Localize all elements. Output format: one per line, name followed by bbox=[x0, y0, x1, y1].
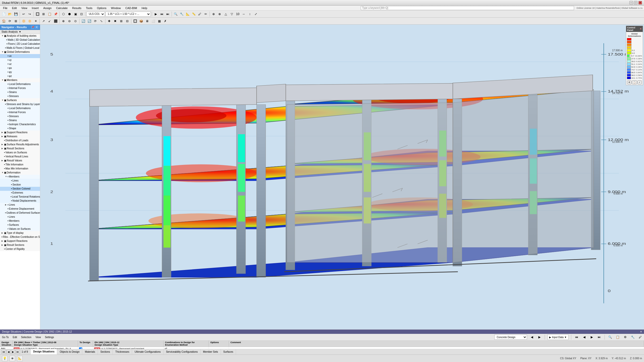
formula-combo[interactable]: 1.35 * LC1 + 1.50 * LC2 + ... bbox=[105, 12, 151, 17]
tree-item-ribs[interactable]: • Ribs - Effective Contribution on Surfa… bbox=[0, 235, 40, 239]
tb-btn-20[interactable]: △ bbox=[223, 11, 228, 17]
view-btn-9[interactable]: ⬛ bbox=[53, 18, 58, 24]
viewport[interactable]: 17.500 m 14.752 m 12.000 m 9.000 m 6.000… bbox=[40, 25, 644, 329]
view-btn-2[interactable]: ⟳ bbox=[7, 18, 13, 24]
bottom-tab-ultimate-configurations[interactable]: Ultimate Configurations bbox=[132, 349, 164, 354]
tb-btn-23[interactable]: ↕ bbox=[247, 11, 253, 17]
close-button[interactable]: ✕ bbox=[638, 1, 642, 5]
tb-btn-22[interactable]: ↔ bbox=[241, 11, 247, 17]
tb-btn-1[interactable]: 🔲 bbox=[35, 11, 40, 17]
tree-item-s-stress-strains[interactable]: • Stresses and Strains by Layer Thick... bbox=[0, 102, 40, 106]
menu-cad-bim[interactable]: CAD-BIM bbox=[123, 6, 139, 10]
menu-window[interactable]: Window bbox=[109, 6, 123, 10]
tb-btn-8[interactable]: ⊡ bbox=[79, 11, 84, 17]
tb-btn-24[interactable]: ⤢ bbox=[253, 11, 259, 17]
tree-item-analysis-building[interactable]: ▼▣ Analysis of building stories bbox=[0, 34, 40, 38]
bottom-tab-surfaces[interactable]: Surfaces bbox=[221, 349, 236, 354]
tb-btn-16[interactable]: 🖊 bbox=[197, 11, 203, 17]
tree-item-support-reactions[interactable]: ▶▣ Support Reactions bbox=[0, 130, 40, 134]
first-page-button[interactable]: ⏮ bbox=[2, 350, 6, 354]
tree-item-global-deformations[interactable]: ▼▣ Global Deformations bbox=[0, 50, 40, 54]
tree-item-result-sections[interactable]: ▶▣ Result Sections bbox=[0, 147, 40, 151]
tree-item-gd-py[interactable]: • φy bbox=[0, 70, 40, 74]
tree-item-gd-uy[interactable]: • uy bbox=[0, 58, 40, 62]
redo-button[interactable]: ↪ bbox=[27, 11, 32, 17]
tree-item-values-on-surfaces2[interactable]: • Values on Surfaces bbox=[0, 227, 40, 231]
tb-btn-18[interactable]: ⊕ bbox=[211, 11, 216, 17]
view-btn-14[interactable]: 🔃 bbox=[87, 18, 92, 24]
tree-item-values-on-surfaces[interactable]: • Values on Surfaces bbox=[0, 151, 40, 155]
bt-btn-7[interactable]: ⚙ bbox=[622, 334, 628, 340]
tree-item-gd-pz[interactable]: • φz bbox=[0, 74, 40, 78]
prev-module-button[interactable]: ◀ bbox=[529, 334, 535, 340]
bt-btn-3[interactable]: ▶ bbox=[589, 334, 594, 340]
tree-item-surface-adj[interactable]: ▶▣ Surface Results Adjustments bbox=[0, 143, 40, 147]
view-btn-26[interactable]: ✗ bbox=[163, 18, 168, 24]
legend-expand-button[interactable]: ⤢ bbox=[637, 80, 642, 84]
tree-item-maxmin-info[interactable]: • Max Min Information bbox=[0, 167, 40, 171]
tree-item-surfaces[interactable]: ▼▣ Surfaces bbox=[0, 98, 40, 102]
tree-item-s-stresses[interactable]: • Stresses bbox=[0, 114, 40, 118]
tb-btn-14[interactable]: 📐 bbox=[185, 11, 190, 17]
tb-btn-5[interactable]: ⬡ bbox=[61, 11, 66, 17]
view-btn-19[interactable]: ⊞ bbox=[118, 18, 124, 24]
tree-item-def-m-section-colored[interactable]: • Section Colored bbox=[0, 187, 40, 191]
view-btn-7[interactable]: ↗ bbox=[41, 18, 46, 24]
tree-item-s-shape[interactable]: • Shape bbox=[0, 126, 40, 130]
bottom-tab-sections[interactable]: Sections bbox=[98, 349, 113, 354]
tree-item-s-strains[interactable]: • Strains bbox=[0, 118, 40, 122]
view-btn-12[interactable]: ⊙ bbox=[73, 18, 78, 24]
module-dropdown[interactable]: Concrete Design bbox=[494, 335, 527, 340]
tb-btn-19[interactable]: ⊗ bbox=[217, 11, 222, 17]
status-btn-1[interactable]: 💡 bbox=[2, 356, 8, 361]
tree-item-m-strains[interactable]: • Strains bbox=[0, 90, 40, 94]
tree-item-gd-ux[interactable]: • ux bbox=[0, 54, 40, 58]
legend-copy-button[interactable]: 📋 bbox=[632, 80, 637, 84]
tb-btn-4[interactable]: 📌 bbox=[53, 11, 58, 17]
tree-item-def-m-lines[interactable]: • Lines bbox=[0, 179, 40, 183]
table-row[interactable]: DS1ULSULS (STR/GEO) - Permanent and tran… bbox=[0, 347, 644, 349]
tree-item-m-stresses[interactable]: • Stresses bbox=[0, 94, 40, 98]
tree-item-def-m-local-torsional[interactable]: • Local Torsional Rotations bbox=[0, 195, 40, 199]
new-button[interactable]: 📄 bbox=[1, 11, 7, 17]
tree-item-def-m-extremes[interactable]: • Extremes bbox=[0, 191, 40, 195]
save-button[interactable]: 💾 bbox=[13, 11, 19, 17]
view-btn-24[interactable]: ⬜ bbox=[150, 18, 156, 24]
bottom-tab-thicknesses[interactable]: Thicknesses bbox=[113, 349, 132, 354]
tb-btn-17[interactable]: ✏ bbox=[203, 11, 209, 17]
tb-btn-6[interactable]: ⬢ bbox=[67, 11, 72, 17]
view-btn-4[interactable]: 🔆 bbox=[21, 18, 26, 24]
view-btn-5[interactable]: 🔅 bbox=[27, 18, 32, 24]
tree-item-def-s-surfaces[interactable]: • Surfaces bbox=[0, 223, 40, 227]
tb-btn-11[interactable]: ⏭ bbox=[165, 11, 171, 17]
goto-button[interactable]: Go To bbox=[1, 336, 10, 339]
navigator-close-button[interactable]: ✕ bbox=[35, 25, 38, 29]
status-btn-3[interactable]: 📐 bbox=[17, 356, 23, 361]
view-btn-6[interactable]: ☀ bbox=[33, 18, 38, 24]
bt-btn-5[interactable]: 🔍 bbox=[607, 334, 613, 340]
menu-calculate[interactable]: Calculate bbox=[54, 6, 70, 10]
tree-item-members[interactable]: ▼▣ Members bbox=[0, 78, 40, 82]
view-btn-8[interactable]: ↙ bbox=[47, 18, 52, 24]
tree-item-gd-uz[interactable]: • uz bbox=[0, 62, 40, 66]
menu-insert[interactable]: Insert bbox=[30, 6, 41, 10]
tb-btn-3[interactable]: 📋 bbox=[47, 11, 52, 17]
settings-button[interactable]: Settings bbox=[44, 336, 55, 339]
view-btn-17[interactable]: ✚ bbox=[106, 18, 112, 24]
tb-btn-9[interactable]: ▶ bbox=[153, 11, 158, 17]
tree-item-result-sections2[interactable]: ▶▣ Result Sections bbox=[0, 243, 40, 247]
tree-item-outlines-deformed[interactable]: • Outlines of Deformed Surfaces bbox=[0, 211, 40, 215]
menu-view[interactable]: View bbox=[19, 6, 29, 10]
tree-item-def-lines[interactable]: ▶▪ Lines bbox=[0, 203, 40, 207]
tree-item-title-info[interactable]: • Title Information bbox=[0, 163, 40, 167]
bt-btn-1[interactable]: ⏮ bbox=[574, 334, 579, 340]
view-btn-16[interactable]: ⤡ bbox=[99, 18, 104, 24]
tb-btn-21[interactable]: ▽ bbox=[229, 11, 234, 17]
open-button[interactable]: 📂 bbox=[7, 11, 13, 17]
status-btn-2[interactable]: 👁 bbox=[10, 356, 15, 361]
tree-item-s-isotropic[interactable]: • Isotropic Characteristics bbox=[0, 122, 40, 126]
view-btn-15[interactable]: ⟳ bbox=[93, 18, 98, 24]
bt-btn-6[interactable]: 📋 bbox=[615, 334, 620, 340]
legend-settings-button[interactable]: ⚙ bbox=[627, 80, 631, 84]
cp-close-icon[interactable]: ✕ bbox=[640, 28, 642, 30]
